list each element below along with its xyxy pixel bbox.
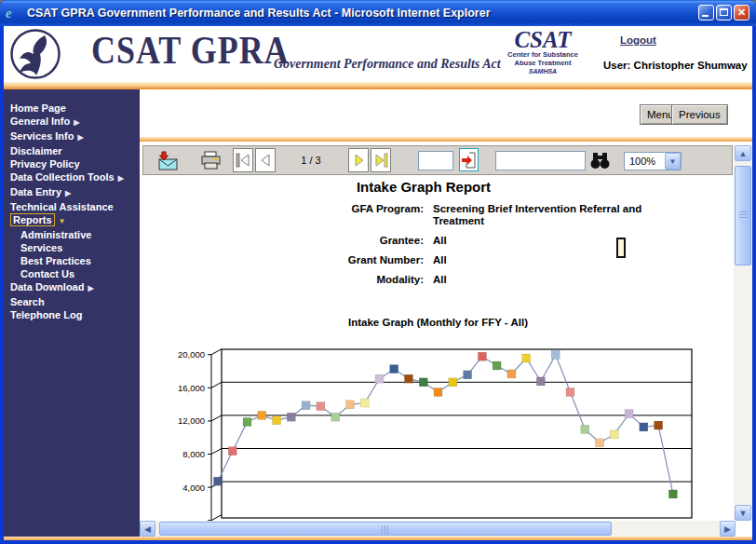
chevron-right-icon: ▶ bbox=[88, 284, 93, 292]
scroll-right-button[interactable]: ▶ bbox=[720, 521, 736, 537]
sidebar-item-data-collection-tools[interactable]: Data Collection Tools▶ bbox=[10, 170, 140, 185]
report-field-value: All bbox=[433, 254, 666, 266]
scroll-left-button[interactable]: ◀ bbox=[140, 521, 155, 537]
hhs-eagle-logo bbox=[9, 28, 62, 81]
brand-title: CSAT GPRA bbox=[91, 28, 290, 73]
header-separator bbox=[4, 82, 752, 89]
chevron-right-icon: ▶ bbox=[65, 189, 71, 197]
report-field-value: Screening Brief Intervention Referral an… bbox=[433, 203, 666, 227]
prev-page-button[interactable] bbox=[255, 148, 276, 172]
user-label: User: Christopher Shumway bbox=[603, 60, 748, 71]
highlight-box bbox=[616, 238, 626, 258]
title-bar: e CSAT GPRA Government Performance and R… bbox=[0, 0, 756, 26]
previous-button[interactable]: Previous bbox=[671, 104, 728, 125]
next-page-button[interactable] bbox=[348, 148, 369, 172]
csat-logo-title: CSAT bbox=[504, 28, 582, 51]
brand-tagline: Government Performance and Results Act bbox=[274, 57, 501, 72]
close-icon: ✕ bbox=[735, 6, 749, 20]
sidebar-item-privacy-policy[interactable]: Privacy Policy bbox=[10, 157, 140, 170]
maximize-button[interactable] bbox=[716, 5, 732, 20]
report-fields: GFA Program:Screening Brief Intervention… bbox=[144, 203, 666, 286]
printer-icon[interactable] bbox=[200, 151, 222, 170]
browser-window: e CSAT GPRA Government Performance and R… bbox=[0, 0, 756, 544]
vertical-scroll-thumb[interactable] bbox=[735, 166, 751, 265]
scroll-down-button[interactable]: ▼ bbox=[735, 505, 751, 521]
vertical-scrollbar[interactable]: ▲ ▼ bbox=[734, 145, 752, 521]
bottom-accent-strip bbox=[4, 537, 752, 540]
sidebar-item-contact-us[interactable]: Contact Us bbox=[10, 267, 140, 280]
chevron-right-icon: ▶ bbox=[77, 133, 83, 142]
sidebar-item-home-page[interactable]: Home Page bbox=[10, 102, 140, 115]
svg-text:20,000: 20,000 bbox=[178, 349, 205, 360]
report-toolbar: 1 / 3 bbox=[142, 145, 733, 175]
chevron-right-icon: ▶ bbox=[74, 118, 79, 127]
report-field-label: Grantee: bbox=[144, 235, 424, 247]
first-page-icon bbox=[236, 152, 251, 169]
sidebar-item-data-entry[interactable]: Data Entry▶ bbox=[10, 185, 140, 200]
sidebar-item-administrative[interactable]: Administrative bbox=[10, 228, 140, 241]
minimize-button[interactable] bbox=[698, 5, 714, 20]
svg-text:8,000: 8,000 bbox=[182, 449, 205, 459]
binoculars-search-icon[interactable] bbox=[589, 152, 611, 170]
page-indicator: 1 / 3 bbox=[283, 155, 339, 166]
first-page-button[interactable] bbox=[233, 148, 253, 172]
report-field-label: Modality: bbox=[144, 274, 424, 286]
sidebar-item-general-info[interactable]: General Info▶ bbox=[10, 115, 140, 129]
report-field-label: GFA Program: bbox=[144, 203, 424, 227]
chevron-down-icon: ▼ bbox=[59, 217, 66, 225]
report-field-value: All bbox=[433, 235, 666, 247]
intake-line-chart: 20,00016,00012,0008,0004,000 bbox=[144, 332, 732, 521]
horizontal-scroll-thumb[interactable] bbox=[159, 522, 612, 536]
sidebar-item-technical-assistance[interactable]: Technical Assistance bbox=[10, 200, 140, 213]
samhsa-label: SAMHSA bbox=[504, 67, 582, 75]
main-content: Menu Previous bbox=[140, 89, 752, 537]
app-header: CSAT GPRA Government Performance and Res… bbox=[4, 26, 752, 82]
sidebar-item-search[interactable]: Search bbox=[10, 295, 140, 308]
minimize-icon bbox=[702, 15, 709, 17]
sidebar-item-services-info[interactable]: Services Info▶ bbox=[10, 129, 140, 144]
chart-title: Intake Graph (Monthly for FFY - All) bbox=[144, 317, 732, 328]
sidebar-nav: Home PageGeneral Info▶Services Info▶Disc… bbox=[4, 89, 140, 537]
zoom-select[interactable]: 100% ▼ bbox=[624, 152, 682, 170]
sidebar-item-services[interactable]: Services bbox=[10, 241, 140, 254]
goto-page-button[interactable] bbox=[459, 148, 479, 171]
chevron-right-icon: ▶ bbox=[118, 174, 124, 183]
scroll-up-button[interactable]: ▲ bbox=[735, 145, 751, 161]
report-field-label: Grant Number: bbox=[144, 254, 424, 266]
report-title: Intake Graph Report bbox=[144, 179, 703, 195]
content-separator bbox=[140, 137, 752, 142]
zoom-value: 100% bbox=[629, 156, 655, 167]
last-page-icon bbox=[373, 152, 389, 169]
window-title: CSAT GPRA Government Performance and Res… bbox=[27, 7, 491, 20]
sidebar-item-best-practices[interactable]: Best Practices bbox=[10, 254, 140, 267]
last-page-button[interactable] bbox=[371, 148, 391, 172]
report-field-value: All bbox=[433, 274, 666, 286]
svg-text:16,000: 16,000 bbox=[178, 383, 205, 393]
sidebar-item-disclaimer[interactable]: Disclaimer bbox=[10, 144, 140, 157]
logout-link[interactable]: Logout bbox=[620, 34, 656, 46]
next-page-icon bbox=[351, 152, 367, 169]
sidebar-item-data-download[interactable]: Data Download▶ bbox=[10, 280, 140, 295]
svg-text:4,000: 4,000 bbox=[182, 483, 205, 493]
svg-text:12,000: 12,000 bbox=[178, 415, 205, 426]
csat-logo: CSAT Center for Substance Abuse Treatmen… bbox=[504, 28, 582, 75]
chevron-down-icon[interactable]: ▼ bbox=[665, 153, 681, 170]
maximize-icon bbox=[720, 8, 728, 16]
close-button[interactable]: ✕ bbox=[734, 5, 749, 20]
prev-page-icon bbox=[258, 152, 274, 169]
goto-page-input[interactable] bbox=[418, 151, 453, 170]
search-input[interactable] bbox=[495, 151, 586, 170]
export-icon[interactable] bbox=[156, 151, 179, 171]
sidebar-item-telephone-log[interactable]: Telephone Log bbox=[10, 308, 140, 321]
internet-explorer-icon: e bbox=[6, 6, 20, 20]
sidebar-item-reports[interactable]: Reports▼ bbox=[10, 213, 140, 228]
horizontal-scrollbar[interactable]: ◀ ▶ bbox=[140, 521, 736, 537]
goto-page-icon bbox=[461, 152, 477, 169]
csat-logo-line2: Abuse Treatment bbox=[504, 60, 582, 68]
